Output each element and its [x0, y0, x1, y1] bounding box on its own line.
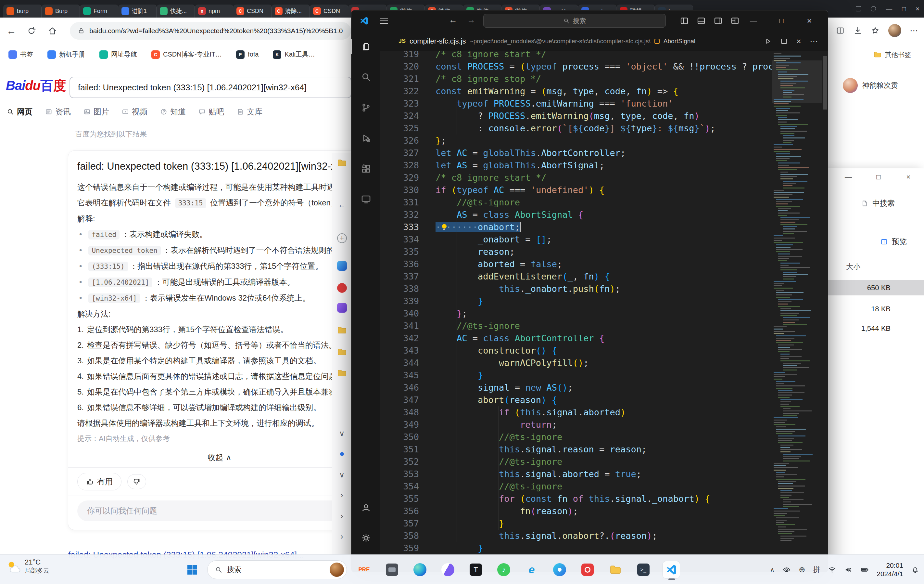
clock[interactable]: 20:01 2024/4/1: [876, 561, 903, 578]
code-line-343[interactable]: 343 constructor() {: [380, 344, 772, 357]
browser-tab[interactable]: burp: [3, 5, 41, 18]
activity-extensions-icon[interactable]: [351, 154, 380, 184]
code-line-354[interactable]: 354 //@ts-ignore: [380, 480, 772, 493]
split-editor-icon[interactable]: [780, 37, 788, 45]
vscode-minimize-button[interactable]: —: [739, 10, 767, 31]
code-line-335[interactable]: 335 reason;: [380, 246, 772, 258]
user-card[interactable]: 神韵粮次贡: [843, 78, 898, 93]
code-line-321[interactable]: 321/* c8 ignore stop */: [380, 73, 772, 85]
code-line-357[interactable]: 357 }: [380, 517, 772, 530]
app-red-icon[interactable]: [337, 283, 348, 293]
customize-layout-icon[interactable]: [730, 16, 740, 26]
code-line-352[interactable]: 352 //@ts-ignore: [380, 456, 772, 468]
bookmark-item[interactable]: 网址导航: [99, 50, 137, 59]
activity-explorer-icon[interactable]: [351, 31, 380, 62]
weather-widget[interactable]: 21°C 局部多云: [6, 558, 50, 575]
minimap[interactable]: [772, 51, 822, 572]
code-line-338[interactable]: 338 this._onabort.push(fn);: [380, 283, 772, 295]
browser-minimize-button[interactable]: —: [886, 5, 892, 13]
activity-remote-icon[interactable]: [351, 184, 380, 215]
code-line-348[interactable]: 348 if (this.signal.aborted): [380, 406, 772, 419]
folder-icon[interactable]: [337, 157, 348, 168]
command-center[interactable]: 搜索: [483, 14, 666, 28]
ime-indicator[interactable]: 拼: [813, 565, 820, 574]
close-editor-icon[interactable]: ×: [796, 36, 801, 46]
nav-forward-icon[interactable]: →: [467, 15, 477, 25]
plus-circle-icon[interactable]: +: [337, 233, 348, 244]
code-line-342[interactable]: 342 AC = class AbortController {: [380, 332, 772, 344]
settings-gear-icon[interactable]: [351, 526, 380, 549]
taskbar-app-purple-app[interactable]: [439, 561, 457, 579]
code-line-346[interactable]: 346 signal = new AS();: [380, 382, 772, 394]
folder-icon[interactable]: [337, 325, 348, 336]
favorites-icon[interactable]: [871, 26, 880, 35]
activity-search-icon[interactable]: [351, 62, 380, 92]
code-line-353[interactable]: 353 this.signal.aborted = true;: [380, 468, 772, 480]
code-line-349[interactable]: 349 return;: [380, 419, 772, 431]
code-line-331[interactable]: 331 //@ts-ignore: [380, 196, 772, 208]
browser-tab[interactable]: CCSDN: [310, 5, 348, 18]
arrow-left-icon[interactable]: ←: [337, 199, 348, 210]
code-editor[interactable]: 319/* c8 ignore start */320const PROCESS…: [380, 51, 772, 572]
code-line-330[interactable]: 330if (typeof AC === 'undefined') {: [380, 184, 772, 196]
editor-scrollbar[interactable]: [822, 51, 828, 572]
code-line-358[interactable]: 358 this.signal.onabort?.(reason);: [380, 530, 772, 542]
preview-row[interactable]: 预览: [880, 237, 907, 247]
bookmark-item[interactable]: 新机手册: [48, 50, 85, 59]
file-size-value[interactable]: 1,544 KB: [861, 324, 891, 333]
code-line-325[interactable]: 325 : console.error(`[${code}] ${type}: …: [380, 122, 772, 134]
bookmark-item[interactable]: KKali工具…: [273, 50, 315, 59]
code-line-345[interactable]: 345 }: [380, 369, 772, 382]
code-line-355[interactable]: 355 for (const fn of this.signal._onabor…: [380, 493, 772, 505]
code-line-329[interactable]: 329/* c8 ignore start */: [380, 172, 772, 184]
vscode-maximize-button[interactable]: □: [767, 10, 795, 31]
bookmark-item[interactable]: Ffofa: [236, 50, 259, 59]
toggle-sidebar-icon[interactable]: [680, 16, 689, 26]
code-line-332[interactable]: 332 AS = class AbortSignal {: [380, 208, 772, 221]
code-line-328[interactable]: 328let AS = globalThis.AbortSignal;: [380, 159, 772, 172]
taskbar-app-edge[interactable]: [411, 561, 429, 579]
more-actions-icon[interactable]: ⋯: [810, 36, 818, 46]
download-icon[interactable]: [853, 26, 862, 35]
code-line-339[interactable]: 339 }: [380, 295, 772, 308]
notification-bell-icon[interactable]: [911, 566, 919, 574]
taskbar-app-dark-folder[interactable]: [383, 561, 401, 579]
taskbar-app-teal-app[interactable]: [551, 561, 568, 579]
serp-tab[interactable]: 图片: [83, 107, 109, 117]
code-line-337[interactable]: 337 addEventListener(_, fn) {: [380, 270, 772, 283]
serp-tab[interactable]: 视频: [122, 107, 147, 117]
collapse-button[interactable]: 收起∧: [77, 452, 362, 463]
result-title[interactable]: failed: Unexpected token (333:15) [1.06.…: [77, 160, 362, 172]
taskbar-app-premiere[interactable]: PRE: [355, 561, 373, 579]
bookmark-item[interactable]: CCSDN博客-专业IT…: [151, 50, 222, 59]
serp-tab[interactable]: 网页: [7, 107, 33, 117]
browser-maximize-button[interactable]: □: [902, 5, 906, 13]
dot-blue-icon[interactable]: [337, 448, 348, 460]
app-blue-icon[interactable]: [337, 260, 348, 271]
browser-tab[interactable]: nnpm: [195, 5, 233, 18]
file-size-value[interactable]: 18 KB: [871, 305, 891, 313]
baidu-search-input[interactable]: failed: Unexpected token (333:15) [1.06.…: [69, 77, 351, 98]
taskbar-app-typora[interactable]: T: [467, 561, 485, 579]
nav-back-icon[interactable]: ←: [449, 15, 459, 25]
browser-close-button[interactable]: ×: [916, 5, 919, 13]
toggle-secondary-sidebar-icon[interactable]: [713, 16, 723, 26]
code-line-350[interactable]: 350 //@ts-ignore: [380, 431, 772, 443]
chevron-down-icon[interactable]: ∨: [337, 469, 348, 480]
search-in-row[interactable]: 中搜索: [861, 198, 895, 208]
ask-input[interactable]: 你可以问我任何问题: [77, 500, 362, 521]
browser-tab[interactable]: 快捷...: [157, 5, 195, 18]
app-purple-icon[interactable]: [337, 302, 348, 313]
code-line-344[interactable]: 344 warnACPolyfill();: [380, 357, 772, 369]
volume-icon[interactable]: [844, 566, 853, 574]
taskbar-app-explorer[interactable]: [607, 561, 624, 579]
search-highlight-image[interactable]: [330, 562, 344, 577]
taskbar-app-red-app[interactable]: [579, 561, 596, 579]
code-line-341[interactable]: 341 //@ts-ignore: [380, 320, 772, 332]
lightbulb-icon[interactable]: [439, 222, 449, 232]
code-line-351[interactable]: 351 this.signal.reason = reason;: [380, 443, 772, 456]
home-button[interactable]: [47, 25, 58, 36]
browser-tab[interactable]: Burp: [41, 5, 80, 18]
panel-close-button[interactable]: ×: [903, 172, 914, 183]
account-icon[interactable]: [351, 496, 380, 519]
